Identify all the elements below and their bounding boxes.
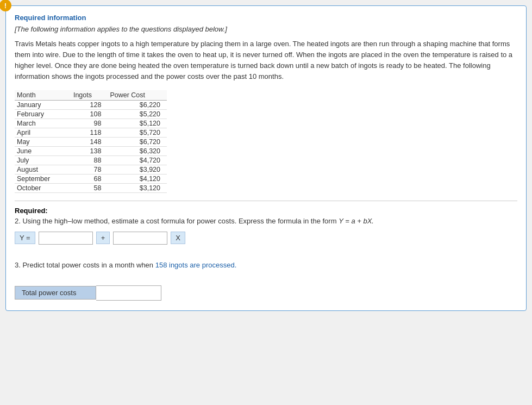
question3-text: 3. Predict total power costs in a month … (15, 261, 517, 269)
table-row: September68$4,120 (15, 174, 167, 183)
question3-highlight: 158 ingots are processed. (155, 261, 237, 269)
table-row: March98$5,120 (15, 119, 167, 128)
formula-b-input[interactable] (113, 232, 167, 245)
table-cell: 98 (71, 119, 108, 128)
formula-x-label: X (171, 232, 185, 244)
table-cell: $4,120 (108, 174, 167, 183)
table-row: October58$3,120 (15, 183, 167, 192)
table-cell: $3,920 (108, 165, 167, 174)
table-cell: $5,720 (108, 128, 167, 137)
italic-note: [The following information applies to th… (15, 25, 517, 33)
total-costs-label: Total power costs (15, 286, 96, 300)
table-cell: July (15, 155, 71, 165)
total-costs-row: Total power costs (15, 285, 517, 301)
formula-plus-label: + (96, 232, 110, 244)
table-cell: $6,720 (108, 137, 167, 146)
question3-body-black: 3. Predict total power costs in a month … (15, 261, 153, 269)
required-information-title: Required information (15, 14, 517, 22)
table-cell: 128 (71, 100, 108, 109)
table-cell: $6,220 (108, 100, 167, 109)
formula-row: Y = + X (15, 232, 517, 245)
table-cell: January (15, 100, 71, 109)
description-text: Travis Metals heats copper ingots to a h… (15, 39, 517, 83)
formula-a-input[interactable] (39, 232, 93, 245)
section-divider (15, 201, 517, 201)
alert-icon: ! (0, 0, 11, 11)
table-row: July88$4,720 (15, 155, 167, 165)
data-table: Month Ingots Power Cost January128$6,220… (15, 90, 167, 193)
table-row: August78$3,920 (15, 165, 167, 174)
table-cell: $4,720 (108, 155, 167, 165)
table-cell: April (15, 128, 71, 137)
col-header-month: Month (15, 90, 71, 101)
table-cell: August (15, 165, 71, 174)
table-cell: 78 (71, 165, 108, 174)
table-row: April118$5,720 (15, 128, 167, 137)
main-container: ! Required information [The following in… (5, 5, 527, 311)
table-cell: September (15, 174, 71, 183)
table-row: February108$5,220 (15, 109, 167, 119)
table-row: May148$6,720 (15, 137, 167, 146)
table-cell: March (15, 119, 71, 128)
question2-formula-display: Y = a + bX. (339, 217, 374, 225)
question2-number: 2. (15, 217, 21, 225)
question2-body: Using the high–low method, estimate a co… (22, 217, 336, 225)
table-cell: October (15, 183, 71, 192)
table-cell: June (15, 146, 71, 155)
table-cell: 138 (71, 146, 108, 155)
table-cell: 118 (71, 128, 108, 137)
formula-y-label: Y = (15, 232, 35, 244)
table-cell: 88 (71, 155, 108, 165)
table-cell: February (15, 109, 71, 119)
table-cell: 58 (71, 183, 108, 192)
table-cell: $5,120 (108, 119, 167, 128)
total-costs-input[interactable] (96, 285, 161, 301)
table-cell: 108 (71, 109, 108, 119)
table-cell: 148 (71, 137, 108, 146)
required-label: Required: (15, 207, 517, 215)
table-row: January128$6,220 (15, 100, 167, 109)
table-cell: 68 (71, 174, 108, 183)
table-cell: $5,220 (108, 109, 167, 119)
question2-text: 2. Using the high–low method, estimate a… (15, 217, 517, 225)
table-row: June138$6,320 (15, 146, 167, 155)
table-cell: May (15, 137, 71, 146)
col-header-powercost: Power Cost (108, 90, 167, 101)
col-header-ingots: Ingots (71, 90, 108, 101)
table-cell: $6,320 (108, 146, 167, 155)
table-cell: $3,120 (108, 183, 167, 192)
